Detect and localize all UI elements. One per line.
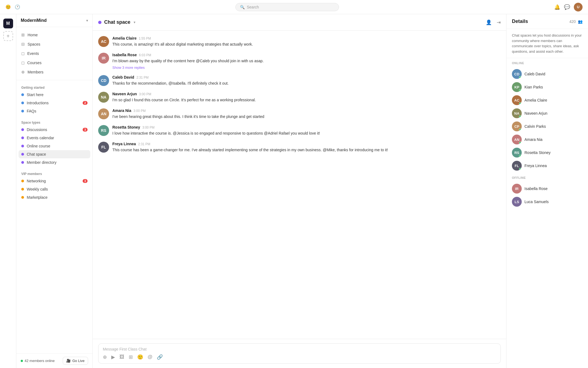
mention-icon[interactable]: @	[148, 354, 152, 360]
sidebar-item-weekly-calls[interactable]: Weekly calls	[19, 185, 90, 193]
search-box[interactable]: 🔍 Search	[235, 3, 339, 11]
online-indicator	[519, 155, 521, 157]
online-member-item[interactable]: AN Amara Nia	[512, 133, 583, 146]
dot-icon	[21, 161, 24, 164]
emoji-icon[interactable]: 😊	[5, 4, 11, 10]
workspace-icon[interactable]: M	[3, 19, 13, 28]
online-indicator	[519, 129, 521, 131]
sidebar-item-events[interactable]: ◻ Events	[19, 49, 90, 58]
sidebar-item-courses[interactable]: ◻ Courses	[19, 58, 90, 67]
message-header: Freya Linnea 2:31 PM	[112, 142, 501, 146]
link-icon[interactable]: 🔗	[157, 354, 163, 360]
sidebar-item-introductions[interactable]: Introductions 2	[19, 99, 90, 107]
message-time: 2:31 PM	[138, 142, 150, 146]
chat-messages: AC Amelia Claire 1:55 PM This course, is…	[93, 31, 506, 339]
message-author: Caleb David	[112, 75, 134, 79]
icon-rail: M +	[0, 14, 16, 368]
add-member-icon[interactable]: 👤	[486, 19, 492, 25]
message-header: Naveen Arjun 3:00 PM	[112, 92, 501, 96]
sidebar-item-start-here[interactable]: Start here	[19, 91, 90, 99]
notification-icon[interactable]: 🔔	[554, 4, 560, 10]
online-member-item[interactable]: CP Calvin Parks	[512, 120, 583, 133]
vip-title: VIP members	[19, 170, 90, 177]
space-types-title: Space types	[19, 118, 90, 126]
chat-header: Chat space ▾ 👤 ⇥	[93, 14, 506, 31]
sidebar-item-networking[interactable]: Networking 3	[19, 177, 90, 185]
chat-title-chevron-icon[interactable]: ▾	[134, 20, 136, 24]
details-panel: Details 420 👥 Chat spaces let you host d…	[506, 14, 588, 368]
attachment-icon[interactable]: ⊕	[103, 354, 107, 360]
sidebar-item-online-course[interactable]: Online course	[19, 142, 90, 150]
details-count: 420 👥	[569, 19, 583, 24]
member-avatar: CP	[512, 121, 522, 131]
events-icon: ◻	[21, 51, 25, 56]
online-member-item[interactable]: AC Amelia Claire	[512, 94, 583, 107]
online-status: 42 members online	[21, 359, 55, 363]
message-content: Freya Linnea 2:31 PM This course has bee…	[112, 142, 501, 153]
chat-space-dot	[98, 21, 101, 24]
member-name: Amelia Claire	[524, 98, 547, 102]
message-avatar: RS	[98, 125, 109, 136]
message-author: Freya Linnea	[112, 142, 136, 146]
sidebar-item-label: Home	[28, 33, 38, 37]
image-icon[interactable]: 🖼	[119, 354, 124, 360]
sidebar-item-spaces[interactable]: ⊟ Spaces	[19, 40, 90, 49]
offline-member-item[interactable]: LS Luca Samuels	[512, 195, 583, 208]
show-replies-button[interactable]: Show 3 more replies	[112, 66, 501, 70]
message-avatar: IR	[98, 53, 109, 64]
online-indicator	[519, 89, 521, 92]
member-name: Kian Parks	[524, 85, 543, 89]
member-avatar: LS	[512, 197, 522, 207]
history-icon[interactable]: 🕐	[15, 4, 20, 10]
people-icon: 👥	[578, 19, 583, 24]
online-member-item[interactable]: KP Kian Parks	[512, 81, 583, 94]
member-name: Amara Nia	[524, 137, 542, 142]
sidebar-item-faqs[interactable]: FAQs	[19, 107, 90, 115]
details-member-count: 420	[569, 19, 576, 24]
grid-icon[interactable]: ⊞	[129, 354, 133, 360]
sidebar-item-member-directory[interactable]: Member directory	[19, 158, 90, 167]
online-member-item[interactable]: FL Freya Linnea	[512, 159, 583, 172]
go-live-button[interactable]: 🎥 Go Live	[63, 357, 88, 365]
offline-member-item[interactable]: IR Isabella Rose	[512, 182, 583, 195]
message-avatar: FL	[98, 142, 109, 153]
add-workspace-button[interactable]: +	[3, 31, 13, 41]
online-member-item[interactable]: CD Caleb David	[512, 67, 583, 81]
sidebar-item-marketplace[interactable]: Marketplace	[19, 193, 90, 201]
chat-icon[interactable]: 💬	[564, 4, 570, 10]
message-content: Amelia Claire 1:55 PM This course, is am…	[112, 36, 501, 47]
sidebar: ModernMind ▾ ⊞ Home ⊟ Spaces ◻ Events ◻ …	[16, 14, 93, 368]
message-time: 2:31 PM	[136, 76, 149, 79]
topbar-right-icons: 🔔 💬 U	[554, 3, 583, 11]
chat-title: Chat space	[104, 19, 130, 25]
emoji-icon[interactable]: 🙂	[137, 354, 143, 360]
getting-started-title: Getting started	[19, 84, 90, 91]
chat-input-box[interactable]: Message First Class Chat ⊕ ▶ 🖼 ⊞ 🙂 @ 🔗	[98, 343, 501, 364]
member-name: Calvin Parks	[524, 124, 546, 129]
sidebar-item-chat-space[interactable]: Chat space	[19, 150, 90, 158]
discussions-badge: 3	[83, 128, 88, 132]
sidebar-item-discussions[interactable]: Discussions 3	[19, 126, 90, 134]
online-member-item[interactable]: RS Rosetta Stoney	[512, 146, 583, 159]
members-icon: ⊕	[21, 70, 25, 75]
sidebar-item-events-calendar[interactable]: Events calendar	[19, 134, 90, 142]
online-member-item[interactable]: NA Naveen Arjun	[512, 107, 583, 120]
sidebar-chevron-icon[interactable]: ▾	[86, 18, 88, 23]
message-content: Naveen Arjun 3:00 PM I'm so glad I found…	[112, 92, 501, 103]
sidebar-item-members[interactable]: ⊕ Members	[19, 67, 90, 77]
member-avatar: FL	[512, 161, 522, 171]
member-avatar: IR	[512, 184, 522, 194]
message-avatar: AN	[98, 108, 109, 119]
play-icon[interactable]: ▶	[111, 354, 115, 360]
message-avatar: AC	[98, 36, 109, 47]
sidebar-header: ModernMind ▾	[16, 14, 92, 27]
video-icon: 🎥	[66, 359, 71, 363]
member-avatar: RS	[512, 148, 522, 158]
topbar: 😊 🕐 🔍 Search 🔔 💬 U	[0, 0, 588, 14]
member-avatar: AN	[512, 135, 522, 144]
message-author: Naveen Arjun	[112, 92, 137, 96]
user-avatar[interactable]: U	[574, 3, 583, 11]
member-name: Rosetta Stoney	[524, 150, 551, 155]
sidebar-item-home[interactable]: ⊞ Home	[19, 30, 90, 40]
sign-out-icon[interactable]: ⇥	[497, 19, 501, 25]
